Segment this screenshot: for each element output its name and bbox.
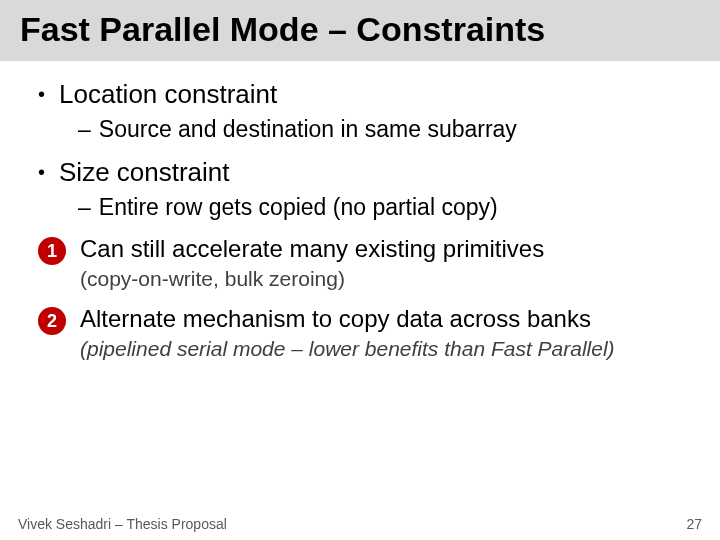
bullet-item: • Location constraint xyxy=(30,79,690,110)
sub-bullet-text: Entire row gets copied (no partial copy) xyxy=(99,194,498,221)
slide-title: Fast Parallel Mode – Constraints xyxy=(20,10,700,49)
bullet-dot-icon: • xyxy=(38,79,45,109)
sub-bullet-item: – Entire row gets copied (no partial cop… xyxy=(78,194,690,221)
numbered-subtext: (pipelined serial mode – lower benefits … xyxy=(80,337,690,361)
sub-bullet-text: Source and destination in same subarray xyxy=(99,116,517,143)
footer-author: Vivek Seshadri – Thesis Proposal xyxy=(18,516,227,532)
bullet-item: • Size constraint xyxy=(30,157,690,188)
sub-bullet-item: – Source and destination in same subarra… xyxy=(78,116,690,143)
numbered-item: 2 Alternate mechanism to copy data acros… xyxy=(38,305,690,335)
bullet-text: Location constraint xyxy=(59,79,277,110)
dash-icon: – xyxy=(78,116,91,143)
number-badge: 1 xyxy=(38,237,66,265)
dash-icon: – xyxy=(78,194,91,221)
title-bar: Fast Parallel Mode – Constraints xyxy=(0,0,720,61)
numbered-text: Alternate mechanism to copy data across … xyxy=(80,305,591,333)
footer: Vivek Seshadri – Thesis Proposal 27 xyxy=(0,516,720,532)
numbered-subtext: (copy-on-write, bulk zeroing) xyxy=(80,267,690,291)
slide: Fast Parallel Mode – Constraints • Locat… xyxy=(0,0,720,540)
number-badge: 2 xyxy=(38,307,66,335)
numbered-text: Can still accelerate many existing primi… xyxy=(80,235,544,263)
numbered-item: 1 Can still accelerate many existing pri… xyxy=(38,235,690,265)
bullet-text: Size constraint xyxy=(59,157,230,188)
page-number: 27 xyxy=(686,516,702,532)
bullet-dot-icon: • xyxy=(38,157,45,187)
content-area: • Location constraint – Source and desti… xyxy=(0,61,720,361)
